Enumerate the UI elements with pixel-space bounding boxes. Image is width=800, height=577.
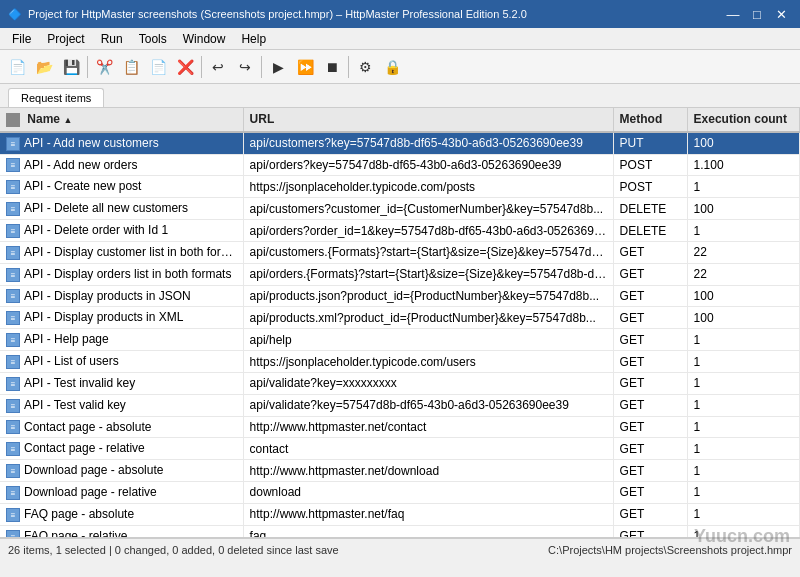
table-row[interactable]: ≡Download page - relativedownloadGET1 xyxy=(0,482,800,504)
col-header-execcount[interactable]: Execution count xyxy=(687,108,799,132)
table-row[interactable]: ≡Contact page - relativecontactGET1 xyxy=(0,438,800,460)
table-row[interactable]: ≡API - Delete order with Id 1api/orders?… xyxy=(0,220,800,242)
table-row[interactable]: ≡API - Test invalid keyapi/validate?key=… xyxy=(0,372,800,394)
titlebar: 🔷 Project for HttpMaster screenshots (Sc… xyxy=(0,0,800,28)
cell-name: ≡API - Display customer list in both for… xyxy=(0,241,243,263)
toolbar-delete-button[interactable]: ❌ xyxy=(172,54,198,80)
table-row[interactable]: ≡API - Delete all new customersapi/custo… xyxy=(0,198,800,220)
cell-url: https://jsonplaceholder.typicode.com/pos… xyxy=(243,176,613,198)
menu-item-help[interactable]: Help xyxy=(233,28,274,49)
titlebar-controls: — □ ✕ xyxy=(722,4,792,24)
cell-method: DELETE xyxy=(613,198,687,220)
main-content: Name ▲ URL Method Execution count ≡API -… xyxy=(0,108,800,538)
cell-name: ≡API - Test invalid key xyxy=(0,372,243,394)
cell-url: http://www.httpmaster.net/contact xyxy=(243,416,613,438)
toolbar-open-button[interactable]: 📂 xyxy=(31,54,57,80)
table-row[interactable]: ≡API - Display customer list in both for… xyxy=(0,241,800,263)
close-button[interactable]: ✕ xyxy=(770,4,792,24)
toolbar-run-all-button[interactable]: ⏩ xyxy=(292,54,318,80)
minimize-button[interactable]: — xyxy=(722,4,744,24)
col-header-name[interactable]: Name ▲ xyxy=(0,108,243,132)
titlebar-title: 🔷 Project for HttpMaster screenshots (Sc… xyxy=(8,8,527,21)
cell-name: ≡API - List of users xyxy=(0,351,243,373)
table-row[interactable]: ≡Download page - absolutehttp://www.http… xyxy=(0,460,800,482)
toolbar-new-button[interactable]: 📄 xyxy=(4,54,30,80)
table-row[interactable]: ≡FAQ page - relativefaqGET1 xyxy=(0,525,800,538)
toolbar-sep-3 xyxy=(261,56,262,78)
table-row[interactable]: ≡API - Add new ordersapi/orders?key=5754… xyxy=(0,154,800,176)
cell-method: GET xyxy=(613,263,687,285)
table-row[interactable]: ≡Contact page - absolutehttp://www.httpm… xyxy=(0,416,800,438)
cell-url: http://www.httpmaster.net/download xyxy=(243,460,613,482)
cell-url: api/customers.{Formats}?start={Start}&si… xyxy=(243,241,613,263)
row-icon: ≡ xyxy=(6,442,20,456)
table-row[interactable]: ≡API - Help pageapi/helpGET1 xyxy=(0,329,800,351)
table-row[interactable]: ≡API - Display products in XMLapi/produc… xyxy=(0,307,800,329)
toolbar-lock-button[interactable]: 🔒 xyxy=(379,54,405,80)
cell-name: ≡API - Display products in JSON xyxy=(0,285,243,307)
cell-url: download xyxy=(243,482,613,504)
toolbar-copy-button[interactable]: 📋 xyxy=(118,54,144,80)
table-row[interactable]: ≡API - List of usershttps://jsonplacehol… xyxy=(0,351,800,373)
toolbar-sep-1 xyxy=(87,56,88,78)
toolbar-settings-button[interactable]: ⚙ xyxy=(352,54,378,80)
cell-name: ≡API - Delete all new customers xyxy=(0,198,243,220)
titlebar-text: Project for HttpMaster screenshots (Scre… xyxy=(28,8,527,20)
cell-name: ≡Download page - relative xyxy=(0,482,243,504)
toolbar-redo-button[interactable]: ↪ xyxy=(232,54,258,80)
cell-exec-count: 100 xyxy=(687,132,799,154)
cell-exec-count: 22 xyxy=(687,241,799,263)
cell-name: ≡API - Add new customers xyxy=(0,132,243,154)
statusbar: 26 items, 1 selected | 0 changed, 0 adde… xyxy=(0,538,800,560)
menu-item-tools[interactable]: Tools xyxy=(131,28,175,49)
cell-exec-count: 1 xyxy=(687,394,799,416)
cell-exec-count: 1 xyxy=(687,220,799,242)
toolbar-cut-button[interactable]: ✂️ xyxy=(91,54,117,80)
cell-url: api/products.xml?product_id={ProductNumb… xyxy=(243,307,613,329)
table-row[interactable]: ≡API - Test valid keyapi/validate?key=57… xyxy=(0,394,800,416)
statusbar-left: 26 items, 1 selected | 0 changed, 0 adde… xyxy=(8,544,548,556)
cell-url: api/orders.{Formats}?start={Start}&size=… xyxy=(243,263,613,285)
cell-name: ≡API - Create new post xyxy=(0,176,243,198)
cell-method: GET xyxy=(613,460,687,482)
maximize-button[interactable]: □ xyxy=(746,4,768,24)
menu-item-window[interactable]: Window xyxy=(175,28,234,49)
row-icon: ≡ xyxy=(6,355,20,369)
table-row[interactable]: ≡API - Create new posthttps://jsonplaceh… xyxy=(0,176,800,198)
row-icon: ≡ xyxy=(6,530,20,538)
cell-name: ≡API - Test valid key xyxy=(0,394,243,416)
row-icon: ≡ xyxy=(6,464,20,478)
cell-name: ≡API - Help page xyxy=(0,329,243,351)
menu-item-run[interactable]: Run xyxy=(93,28,131,49)
cell-exec-count: 1 xyxy=(687,438,799,460)
row-icon: ≡ xyxy=(6,224,20,238)
row-icon: ≡ xyxy=(6,268,20,282)
table-container[interactable]: Name ▲ URL Method Execution count ≡API -… xyxy=(0,108,800,538)
toolbar-undo-button[interactable]: ↩ xyxy=(205,54,231,80)
table-row[interactable]: ≡API - Add new customersapi/customers?ke… xyxy=(0,132,800,154)
toolbar-run-stop-button[interactable]: ⏹ xyxy=(319,54,345,80)
toolbar-paste-button[interactable]: 📄 xyxy=(145,54,171,80)
col-header-method[interactable]: Method xyxy=(613,108,687,132)
col-header-url[interactable]: URL xyxy=(243,108,613,132)
table-row[interactable]: ≡API - Display orders list in both forma… xyxy=(0,263,800,285)
toolbar-save-button[interactable]: 💾 xyxy=(58,54,84,80)
cell-exec-count: 1.100 xyxy=(687,154,799,176)
cell-exec-count: 100 xyxy=(687,307,799,329)
table-row[interactable]: ≡API - Display products in JSONapi/produ… xyxy=(0,285,800,307)
table-body: ≡API - Add new customersapi/customers?ke… xyxy=(0,132,800,538)
toolbar-run-button[interactable]: ▶ xyxy=(265,54,291,80)
table-row[interactable]: ≡FAQ page - absolutehttp://www.httpmaste… xyxy=(0,503,800,525)
row-icon: ≡ xyxy=(6,289,20,303)
tabbar: Request items xyxy=(0,84,800,108)
cell-method: GET xyxy=(613,307,687,329)
tab-request-items[interactable]: Request items xyxy=(8,88,104,107)
menu-item-file[interactable]: File xyxy=(4,28,39,49)
cell-exec-count: 100 xyxy=(687,285,799,307)
menu-item-project[interactable]: Project xyxy=(39,28,92,49)
cell-name: ≡Download page - absolute xyxy=(0,460,243,482)
toolbar-sep-2 xyxy=(201,56,202,78)
cell-method: GET xyxy=(613,372,687,394)
cell-url: faq xyxy=(243,525,613,538)
row-icon: ≡ xyxy=(6,246,20,260)
